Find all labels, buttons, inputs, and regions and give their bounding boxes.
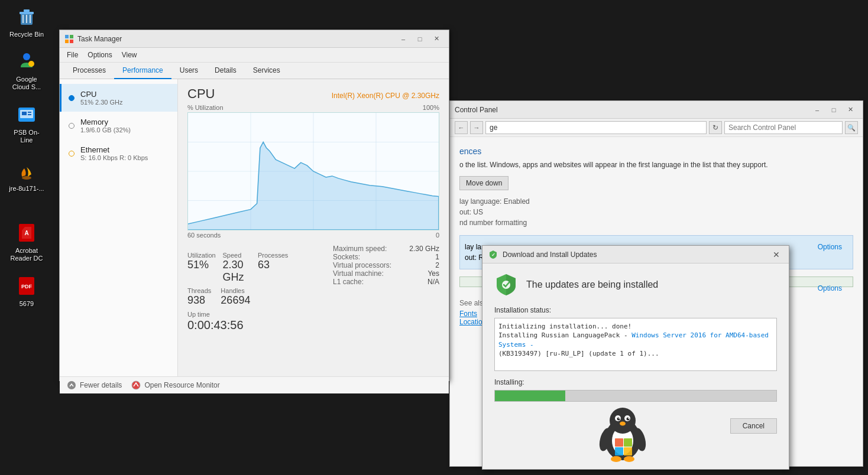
log-line2: Installing Russian LanguagePack - Window…: [498, 331, 773, 349]
cpu-name: CPU: [80, 90, 123, 99]
speed-stat-value: 2.30 GHz: [223, 259, 254, 284]
util-max: 100%: [423, 104, 439, 111]
cpu-graph: [187, 112, 439, 230]
vproc-label: Virtual processors:: [333, 261, 391, 269]
tab-details[interactable]: Details: [206, 63, 245, 79]
tm-footer: Fewer details Open Resource Monitor: [60, 376, 449, 393]
update-main-title: The updates are being installed: [526, 279, 658, 290]
svg-rect-19: [70, 35, 73, 38]
update-body: The updates are being installed Installa…: [482, 263, 789, 411]
sidebar-memory[interactable]: Memory 1.9/6.0 GB (32%): [60, 112, 177, 139]
control-panel-titlebar: Control Panel – □ ✕: [450, 101, 863, 119]
svg-rect-21: [70, 40, 73, 43]
cp-forward-btn[interactable]: →: [470, 121, 483, 134]
max-speed-row: Maximum speed: 2.30 GHz: [333, 245, 439, 253]
tm-sidebar: CPU 51% 2.30 GHz Memory 1.9/6.0 GB (32%)…: [60, 79, 178, 376]
menu-options[interactable]: Options: [83, 49, 116, 61]
tab-users[interactable]: Users: [171, 63, 206, 79]
install-status-label: Installation status:: [494, 306, 777, 314]
cp-refresh-btn[interactable]: ↻: [709, 121, 722, 134]
desktop-icon-google-cloud[interactable]: Google Cloud S...: [6, 47, 47, 93]
handles-label: Handles: [221, 287, 250, 294]
threads-label: Threads: [187, 287, 211, 294]
cp-move-down-btn[interactable]: Move down: [459, 176, 509, 190]
cp-back-btn[interactable]: ←: [455, 121, 468, 134]
threads-value: 938: [187, 294, 211, 307]
desktop-icon-pdf[interactable]: PDF 5679: [6, 272, 47, 310]
svg-rect-48: [615, 447, 623, 456]
desktop-icon-recycle-bin[interactable]: Recycle Bin: [6, 2, 47, 41]
cpu-dot: [69, 95, 75, 101]
svg-rect-20: [65, 40, 69, 43]
cp-nav-bar: ← → ↻ 🔍: [450, 119, 863, 137]
speed-stat-label: Speed: [223, 252, 254, 259]
desktop-icon-jre[interactable]: jre-8u171-...: [6, 157, 47, 195]
svg-rect-47: [624, 438, 632, 447]
stat-uptime-block: Up time 0:00:43:56: [187, 310, 323, 332]
svg-point-38: [627, 418, 630, 421]
cp-minimize-btn[interactable]: –: [809, 104, 825, 116]
svg-point-7: [28, 61, 34, 67]
tab-performance[interactable]: Performance: [114, 63, 171, 79]
cpu-sub: 51% 2.30 GHz: [80, 99, 123, 106]
psb-label: PSB On-Line: [8, 129, 45, 144]
resource-monitor-label: Open Resource Monitor: [144, 381, 219, 389]
svg-point-6: [23, 53, 30, 60]
recycle-bin-icon: [15, 5, 38, 28]
tab-services[interactable]: Services: [245, 63, 289, 79]
menu-file[interactable]: File: [62, 49, 83, 61]
acrobat-icon: A: [15, 221, 38, 245]
tm-maximize-btn[interactable]: □: [412, 33, 427, 45]
pdf-icon: PDF: [15, 274, 38, 298]
cpu-stats-grid: Utilization 51% Speed 2.30 GHz Processes…: [187, 252, 323, 284]
tm-close-btn[interactable]: ✕: [429, 33, 444, 45]
l1-cache-val: N/A: [427, 278, 439, 286]
svg-text:✓: ✓: [491, 252, 495, 258]
jre-label: jre-8u171-...: [9, 185, 44, 193]
svg-rect-1: [20, 12, 34, 14]
google-cloud-label: Google Cloud S...: [8, 76, 45, 91]
handles-value: 26694: [221, 294, 250, 307]
stat-utilization: Utilization 51%: [187, 252, 218, 284]
cp-location-row: out: US: [459, 208, 853, 216]
cp-close-btn[interactable]: ✕: [843, 104, 858, 116]
cp-display-lang-label: lay language: Enabled: [459, 197, 530, 206]
cp-search-btn[interactable]: 🔍: [845, 121, 858, 134]
svg-point-37: [617, 418, 620, 421]
cpu-model: Intel(R) Xeon(R) CPU @ 2.30GHz: [332, 92, 439, 100]
sidebar-cpu[interactable]: CPU 51% 2.30 GHz: [60, 84, 177, 112]
l1-cache-row: L1 cache: N/A: [333, 278, 439, 286]
cp-fonts-link[interactable]: Fonts: [459, 310, 477, 318]
tm-minimize-btn[interactable]: –: [396, 33, 411, 45]
update-title-text: Download and Install Updates: [503, 250, 770, 259]
pdf-label: 5679: [20, 300, 34, 308]
menu-view[interactable]: View: [117, 49, 142, 61]
update-close-btn[interactable]: ✕: [770, 249, 783, 261]
open-resource-monitor-btn[interactable]: Open Resource Monitor: [131, 380, 219, 390]
task-manager-window: Task Manager – □ ✕ File Options View Pro…: [59, 30, 449, 381]
fewer-details-btn[interactable]: Fewer details: [67, 380, 122, 390]
svg-rect-49: [624, 447, 632, 456]
uptime-value: 0:00:43:56: [187, 318, 323, 332]
tab-processes[interactable]: Processes: [64, 63, 114, 79]
cp-search-input[interactable]: [724, 121, 843, 134]
acrobat-label: Acrobat Reader DC: [8, 247, 45, 262]
cp-options-btn2[interactable]: Options: [812, 282, 848, 295]
cp-address-bar[interactable]: [485, 121, 707, 134]
desktop-icon-psb[interactable]: PSB On-Line: [6, 100, 47, 147]
log-line3: (KB3193497) [ru-RU_LP] (update 1 of 1)..…: [498, 349, 773, 358]
sidebar-ethernet[interactable]: Ethernet S: 16.0 Kbps R: 0 Kbps: [60, 139, 177, 167]
util-stat-label: Utilization: [187, 252, 218, 259]
desktop-icon-acrobat[interactable]: A Acrobat Reader DC: [6, 219, 47, 265]
time-60s: 60 seconds: [187, 232, 221, 239]
cp-options-btn[interactable]: Options: [812, 240, 848, 253]
svg-rect-18: [65, 35, 69, 38]
update-shield-large: [494, 273, 518, 297]
control-panel-title: Control Panel: [455, 106, 809, 114]
installing-label: Installing:: [494, 378, 777, 386]
cp-section-title: ences: [459, 147, 853, 156]
virt-machine-row: Virtual machine: Yes: [333, 269, 439, 278]
cancel-btn[interactable]: Cancel: [730, 418, 777, 434]
cp-maximize-btn[interactable]: □: [826, 104, 841, 116]
google-cloud-icon: [15, 50, 38, 73]
